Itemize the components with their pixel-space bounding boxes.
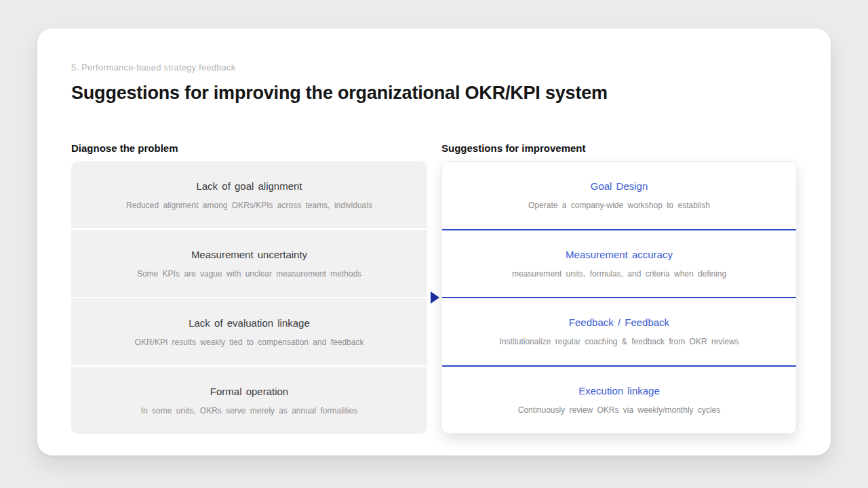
slide-card: 5. Performance-based strategy feedback S… <box>37 28 831 455</box>
diagnose-item-desc: In some units, OKRs serve merely as annu… <box>141 406 357 415</box>
slide-background: 5. Performance-based strategy feedback S… <box>0 0 868 488</box>
diagnose-item-title: Lack of evaluation linkage <box>189 317 310 329</box>
diagnose-item-measurement-uncertainty: Measurement uncertainty Some KPIs are va… <box>71 230 427 297</box>
suggestion-item-title: Goal Design <box>591 180 648 192</box>
diagnose-item-title: Measurement uncertainty <box>191 249 307 260</box>
diagnose-item-evaluation-linkage: Lack of evaluation linkage OKR/KPI resul… <box>71 298 427 365</box>
suggestion-item-title: Measurement accuracy <box>566 249 673 260</box>
suggestion-item-desc: Continuously review OKRs via weekly/mont… <box>518 405 720 415</box>
diagnose-item-desc: Reduced alignment among OKRs/KPIs across… <box>126 201 372 210</box>
diagnose-panel: Lack of goal alignment Reduced alignment… <box>71 161 427 434</box>
suggestion-item-measurement-accuracy: Measurement accuracy measurement units, … <box>442 229 796 298</box>
suggestion-item-desc: Operate a company-wide workshop to estab… <box>528 201 710 210</box>
diagnose-item-goal-alignment: Lack of goal alignment Reduced alignment… <box>71 161 427 228</box>
suggestion-item-goal-design: Goal Design Operate a company-wide works… <box>442 162 796 229</box>
suggestion-item-title: Execution linkage <box>578 385 660 396</box>
diagnose-column-heading: Diagnose the problem <box>71 142 178 154</box>
diagnose-item-desc: OKR/KPI results weakly tied to compensat… <box>135 338 364 347</box>
arrow-right-icon <box>431 291 439 304</box>
diagnose-item-title: Formal operation <box>210 386 288 397</box>
diagnose-item-formal-operation: Formal operation In some units, OKRs ser… <box>71 367 427 434</box>
diagnose-item-title: Lack of goal alignment <box>196 180 302 192</box>
suggestion-item-feedback: Feedback / Feedback Institutionalize reg… <box>442 297 796 365</box>
suggestions-column-heading: Suggestions for improvement <box>441 142 586 154</box>
page-title: Suggestions for improving the organizati… <box>71 83 608 104</box>
diagnose-item-desc: Some KPIs are vague with unclear measure… <box>137 269 361 279</box>
slide-kicker: 5. Performance-based strategy feedback <box>71 62 235 73</box>
suggestion-item-title: Feedback / Feedback <box>569 317 669 328</box>
suggestion-item-desc: Institutionalize regular coaching & feed… <box>499 337 738 346</box>
suggestion-item-execution-linkage: Execution linkage Continuously review OK… <box>442 365 796 434</box>
suggestion-item-desc: measurement units, formulas, and criteri… <box>512 269 726 279</box>
suggestions-panel: Goal Design Operate a company-wide works… <box>441 161 797 434</box>
